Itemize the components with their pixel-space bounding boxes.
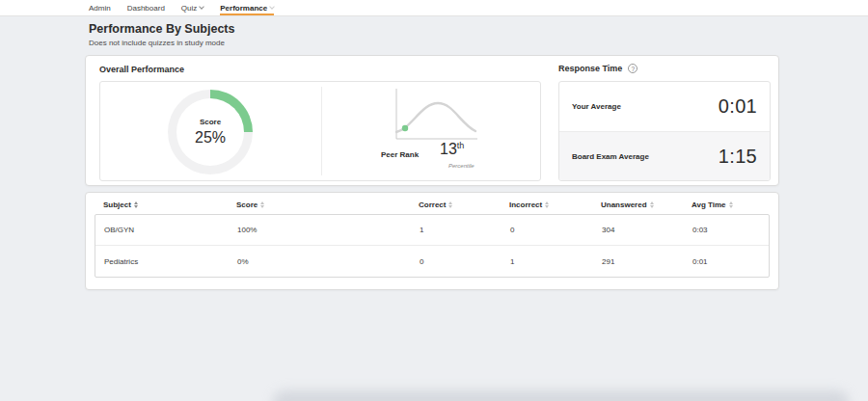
cell-avg-time: 0:03	[692, 226, 769, 234]
column-header-score-label: Score	[236, 200, 258, 209]
nav-item-quiz-label: Quiz	[181, 4, 197, 13]
chart-axes	[396, 89, 477, 139]
nav-item-quiz[interactable]: Quiz	[181, 0, 203, 15]
response-time-row-your-average: Your Average 0:01	[559, 82, 770, 131]
sort-icon	[134, 201, 138, 208]
your-average-value: 0:01	[719, 95, 757, 118]
sort-icon	[448, 201, 452, 208]
cell-unanswered: 291	[602, 257, 692, 266]
response-time-row-board-exam-average: Board Exam Average 1:15	[559, 131, 770, 181]
nav-item-performance-label: Performance	[220, 4, 267, 13]
nav-item-dashboard-label: Dashboard	[127, 4, 165, 13]
column-header-avg-time-label: Avg Time	[692, 200, 726, 209]
overall-performance-title: Overall Performance	[99, 65, 184, 74]
subjects-table-card: Subject Score Correct Incorrect Unanswer…	[85, 192, 779, 290]
sort-icon	[729, 201, 733, 208]
column-header-unanswered[interactable]: Unanswered	[601, 200, 692, 209]
table-row[interactable]: Pediatrics 0% 0 1 291 0:01	[95, 246, 769, 277]
column-header-subject-label: Subject	[103, 200, 131, 209]
page-title: Performance By Subjects	[89, 22, 234, 36]
board-exam-average-label: Board Exam Average	[572, 152, 649, 161]
score-donut-chart: Score 25%	[168, 90, 253, 174]
table-row[interactable]: OB/GYN 100% 1 0 304 0:03	[95, 215, 769, 246]
sort-icon	[650, 201, 654, 208]
column-header-correct-label: Correct	[419, 200, 446, 209]
nav-item-performance[interactable]: Performance	[220, 0, 274, 15]
score-value: 25%	[195, 129, 226, 147]
column-header-subject[interactable]: Subject	[103, 200, 236, 209]
cell-avg-time: 0:01	[692, 257, 769, 266]
cell-correct: 0	[420, 257, 510, 266]
sort-icon	[260, 201, 264, 208]
column-header-score[interactable]: Score	[236, 200, 330, 209]
response-time-title: Response Time	[558, 64, 622, 73]
table-header-row: Subject Score Correct Incorrect Unanswer…	[103, 198, 765, 211]
cell-incorrect: 0	[510, 226, 602, 234]
cell-correct: 1	[420, 226, 510, 234]
bell-curve-line	[396, 103, 475, 132]
sort-icon	[545, 201, 549, 208]
peer-rank-bell-curve-chart	[393, 87, 477, 143]
nav-item-admin-label: Admin	[89, 4, 111, 13]
column-header-unanswered-label: Unanswered	[601, 200, 647, 209]
table-body: OB/GYN 100% 1 0 304 0:03 Pediatrics 0% 0…	[95, 214, 770, 278]
peer-rank-caption: Percentile	[448, 163, 475, 169]
chevron-down-icon	[199, 4, 204, 10]
response-time-header: Response Time ?	[558, 64, 637, 73]
help-question-icon[interactable]: ?	[628, 64, 637, 73]
nav-item-dashboard[interactable]: Dashboard	[127, 0, 165, 15]
board-exam-average-value: 1:15	[719, 146, 757, 168]
panel-divider	[321, 87, 322, 175]
score-label: Score	[200, 118, 221, 126]
column-header-avg-time[interactable]: Avg Time	[692, 200, 765, 209]
column-header-incorrect[interactable]: Incorrect	[509, 200, 601, 209]
your-average-label: Your Average	[572, 102, 621, 111]
column-header-correct[interactable]: Correct	[419, 200, 509, 209]
overall-performance-panel: Score 25% Peer Rank 13th Percentile	[99, 81, 541, 181]
score-donut-center: Score 25%	[168, 90, 253, 174]
cell-subject: Pediatrics	[104, 257, 237, 266]
peer-rank-marker-dot	[402, 125, 408, 131]
cell-unanswered: 304	[602, 226, 692, 234]
page-subtitle: Does not include quizzes in study mode	[89, 39, 225, 47]
bottom-window-shadow	[273, 390, 849, 401]
cell-subject: OB/GYN	[104, 226, 237, 234]
peer-rank-ordinal: th	[457, 141, 465, 150]
cell-score: 0%	[237, 257, 331, 266]
cell-incorrect: 1	[510, 257, 602, 266]
peer-rank-label: Peer Rank	[381, 150, 419, 159]
response-time-panel: Your Average 0:01 Board Exam Average 1:1…	[558, 81, 771, 181]
top-nav: Admin Dashboard Quiz Performance	[0, 0, 868, 16]
chevron-down-icon	[269, 4, 275, 10]
column-header-incorrect-label: Incorrect	[509, 200, 542, 209]
nav-item-admin[interactable]: Admin	[89, 0, 111, 15]
peer-rank-number: 13	[440, 141, 457, 157]
peer-rank-value: 13th	[440, 141, 464, 158]
cell-score: 100%	[237, 226, 331, 234]
overview-card: Overall Performance Score 25% Peer Rank …	[85, 55, 779, 186]
